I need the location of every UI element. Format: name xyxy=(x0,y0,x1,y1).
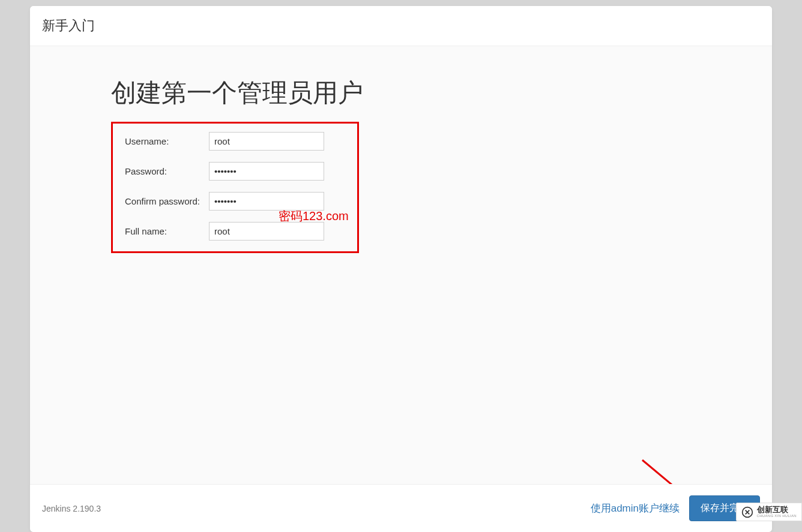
watermark: 创新互联 CHUANG XIN HULIAN xyxy=(736,503,802,521)
page-heading: 创建第一个管理员用户 xyxy=(111,76,772,110)
password-hint-annotation: 密码123.com xyxy=(279,208,349,224)
dialog-body: 创建第一个管理员用户 Username: Password: Confirm p… xyxy=(30,46,772,484)
dialog-header: 新手入门 xyxy=(30,6,772,46)
arrow-annotation xyxy=(636,454,756,484)
confirm-password-label: Confirm password: xyxy=(125,196,209,206)
password-label: Password: xyxy=(125,166,209,176)
setup-dialog: 新手入门 创建第一个管理员用户 Username: Password: Conf… xyxy=(30,6,772,532)
dialog-footer: Jenkins 2.190.3 使用admin账户继续 保存并完成 xyxy=(30,484,772,532)
watermark-logo-icon xyxy=(741,506,753,518)
continue-as-admin-link[interactable]: 使用admin账户继续 xyxy=(591,501,680,515)
full-name-input[interactable] xyxy=(209,222,324,241)
full-name-label: Full name: xyxy=(125,226,209,236)
form-highlight-box: Username: Password: Confirm password: Fu… xyxy=(111,122,359,253)
confirm-password-input[interactable] xyxy=(209,192,324,211)
password-row: Password: xyxy=(125,161,345,181)
password-input[interactable] xyxy=(209,162,324,181)
watermark-text-sub: CHUANG XIN HULIAN xyxy=(757,514,797,518)
watermark-text-main: 创新互联 xyxy=(757,506,797,514)
username-label: Username: xyxy=(125,136,209,146)
version-label: Jenkins 2.190.3 xyxy=(42,504,101,513)
username-row: Username: xyxy=(125,131,345,151)
svg-line-1 xyxy=(642,460,741,484)
username-input[interactable] xyxy=(209,132,324,151)
content-area: 创建第一个管理员用户 Username: Password: Confirm p… xyxy=(30,46,772,253)
dialog-title: 新手入门 xyxy=(42,17,760,35)
